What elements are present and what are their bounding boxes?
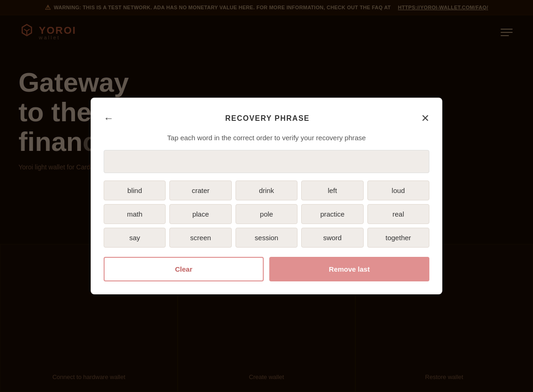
word-button[interactable]: drink bbox=[236, 180, 297, 200]
word-button[interactable]: session bbox=[236, 228, 297, 248]
remove-last-button[interactable]: Remove last bbox=[269, 257, 429, 281]
word-button[interactable]: real bbox=[367, 204, 429, 224]
recovery-phrase-modal: ← RECOVERY PHRASE ✕ Tap each word in the… bbox=[91, 98, 442, 294]
word-button[interactable]: place bbox=[169, 204, 231, 224]
modal-header: ← RECOVERY PHRASE ✕ bbox=[104, 112, 429, 124]
modal-title: RECOVERY PHRASE bbox=[114, 114, 421, 123]
word-button[interactable]: practice bbox=[301, 204, 363, 224]
close-button[interactable]: ✕ bbox=[421, 112, 429, 124]
word-button[interactable]: loud bbox=[367, 180, 429, 200]
word-button[interactable]: say bbox=[104, 228, 166, 248]
modal-overlay: ← RECOVERY PHRASE ✕ Tap each word in the… bbox=[0, 0, 533, 392]
modal-description: Tap each word in the correct order to ve… bbox=[104, 134, 429, 142]
word-button[interactable]: math bbox=[104, 204, 166, 224]
word-button[interactable]: screen bbox=[169, 228, 231, 248]
word-button[interactable]: crater bbox=[169, 180, 231, 200]
word-button[interactable]: together bbox=[367, 228, 429, 248]
clear-button[interactable]: Clear bbox=[104, 257, 264, 281]
word-button[interactable]: pole bbox=[236, 204, 297, 224]
word-button[interactable]: blind bbox=[104, 180, 166, 200]
back-button[interactable]: ← bbox=[104, 112, 114, 124]
action-buttons: Clear Remove last bbox=[104, 257, 429, 281]
word-button[interactable]: left bbox=[301, 180, 363, 200]
word-input-area[interactable] bbox=[104, 150, 429, 173]
word-button[interactable]: sword bbox=[301, 228, 363, 248]
word-grid: blindcraterdrinkleftloudmathplacepolepra… bbox=[104, 180, 429, 248]
